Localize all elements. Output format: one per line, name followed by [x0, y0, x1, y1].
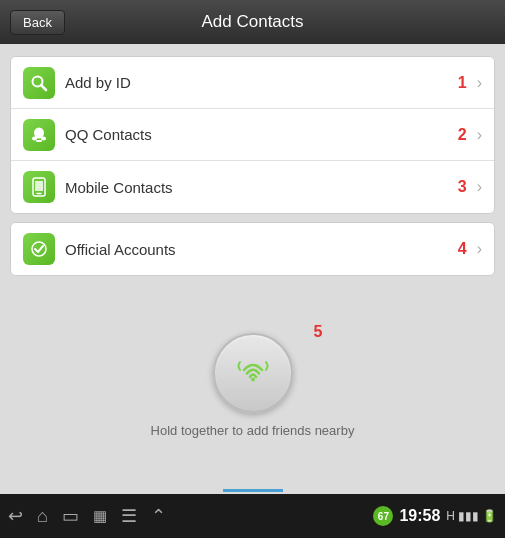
menu-list: Add by ID 1 › QQ Contacts 2 ›	[10, 56, 495, 284]
nearby-button[interactable]	[213, 333, 293, 413]
menu-item-qq-contacts[interactable]: QQ Contacts 2 ›	[11, 109, 494, 161]
qq-contacts-label: QQ Contacts	[65, 126, 458, 143]
mobile-contacts-number: 3	[458, 178, 467, 196]
nearby-number: 5	[314, 323, 323, 341]
menu-nav-icon[interactable]: ☰	[121, 505, 137, 527]
nearby-section: 5 Hold together to add friends nearby	[0, 292, 505, 489]
mobile-contacts-label: Mobile Contacts	[65, 179, 458, 196]
indicator-line	[223, 489, 283, 492]
svg-rect-8	[35, 181, 43, 191]
official-accounts-chevron: ›	[477, 240, 482, 258]
search-icon	[23, 67, 55, 99]
svg-rect-5	[36, 140, 42, 142]
status-bar: ↩ ⌂ ▭ ▦ ☰ ⌃ 67 19:58 H ▮▮▮ 🔋	[0, 494, 505, 538]
main-content: Add by ID 1 › QQ Contacts 2 ›	[0, 44, 505, 494]
home-nav-icon[interactable]: ⌂	[37, 506, 48, 527]
nav-icons: ↩ ⌂ ▭ ▦ ☰ ⌃	[8, 505, 166, 527]
menu-item-mobile-contacts[interactable]: Mobile Contacts 3 ›	[11, 161, 494, 213]
up-nav-icon[interactable]: ⌃	[151, 505, 166, 527]
qq-contacts-chevron: ›	[477, 126, 482, 144]
mobile-icon	[23, 171, 55, 203]
battery-badge: 67	[373, 506, 393, 526]
menu-item-official-accounts[interactable]: Official Accounts 4 ›	[11, 223, 494, 275]
back-button[interactable]: Back	[10, 10, 65, 35]
add-by-id-number: 1	[458, 74, 467, 92]
svg-point-10	[251, 377, 255, 381]
recents-nav-icon[interactable]: ▭	[62, 505, 79, 527]
battery-icon: 🔋	[482, 509, 497, 523]
time-display: 19:58	[399, 507, 440, 525]
svg-point-3	[32, 136, 37, 140]
status-right: 67 19:58 H ▮▮▮ 🔋	[373, 506, 497, 526]
wifi-icon	[235, 352, 271, 395]
nearby-help-text: Hold together to add friends nearby	[151, 423, 355, 438]
menu-group-2: Official Accounts 4 ›	[10, 222, 495, 276]
official-accounts-number: 4	[458, 240, 467, 258]
official-accounts-label: Official Accounts	[65, 241, 458, 258]
mobile-contacts-chevron: ›	[477, 178, 482, 196]
page-title: Add Contacts	[201, 12, 303, 32]
svg-line-1	[41, 85, 46, 90]
add-by-id-label: Add by ID	[65, 74, 458, 91]
signal-icons: H ▮▮▮ 🔋	[446, 509, 497, 523]
h-signal-icon: H	[446, 509, 455, 523]
official-icon	[23, 233, 55, 265]
add-by-id-chevron: ›	[477, 74, 482, 92]
qq-contacts-number: 2	[458, 126, 467, 144]
menu-item-add-by-id[interactable]: Add by ID 1 ›	[11, 57, 494, 109]
bars-icon: ▮▮▮	[458, 509, 479, 523]
menu-group-1: Add by ID 1 › QQ Contacts 2 ›	[10, 56, 495, 214]
back-nav-icon[interactable]: ↩	[8, 505, 23, 527]
qr-nav-icon[interactable]: ▦	[93, 507, 107, 525]
title-bar: Back Add Contacts	[0, 0, 505, 44]
svg-point-4	[41, 136, 46, 140]
qq-icon	[23, 119, 55, 151]
